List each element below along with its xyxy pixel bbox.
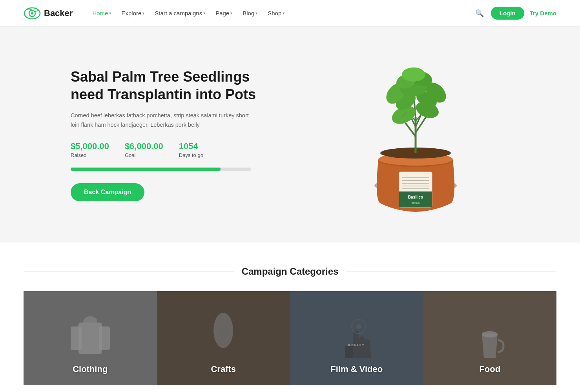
category-food-label: Food — [479, 364, 500, 374]
nav-item-page[interactable]: Page ▾ — [212, 7, 236, 19]
category-food-overlay: Food — [423, 291, 557, 385]
goal-label: Goal — [125, 152, 163, 158]
chevron-down-icon: ▾ — [230, 11, 232, 15]
nav-links: Home ▾ Explore ▾ Start a campaigns ▾ Pag… — [88, 7, 473, 19]
nav-item-shop[interactable]: Shop ▾ — [264, 7, 288, 19]
raised-label: Raised — [71, 152, 109, 158]
hero-section: Sabal Palm Tree Seedlings need Transplan… — [0, 27, 580, 242]
nav-item-start-campaigns[interactable]: Start a campaigns ▾ — [151, 7, 209, 19]
category-clothing-overlay: Clothing — [24, 291, 157, 385]
goal-value: $6,000.00 — [125, 141, 163, 151]
chevron-down-icon: ▾ — [109, 11, 111, 15]
category-clothing-label: Clothing — [73, 364, 108, 374]
category-card-food[interactable]: Food — [423, 291, 557, 385]
plant-illustration: Basilico homus — [349, 50, 482, 219]
try-demo-button[interactable]: Try Demo — [530, 10, 556, 16]
brand-logo-link[interactable]: Backer — [24, 6, 73, 20]
hero-stats: $5,000.00 Raised $6,000.00 Goal 1054 Day… — [71, 141, 275, 158]
categories-grid: Clothing Crafts — [24, 291, 556, 385]
category-card-clothing[interactable]: Clothing — [24, 291, 157, 385]
categories-line-right — [346, 272, 556, 272]
nav-item-blog[interactable]: Blog ▾ — [239, 7, 261, 19]
svg-rect-11 — [399, 191, 432, 207]
svg-point-2 — [31, 12, 33, 15]
chevron-down-icon: ▾ — [283, 11, 285, 15]
stat-days: 1054 Days to go — [179, 141, 203, 158]
chevron-down-icon: ▾ — [203, 11, 205, 15]
progress-bar-fill — [71, 168, 221, 171]
hero-description: Corned beef leberkas fatback porchetta, … — [71, 111, 251, 129]
category-card-crafts[interactable]: Crafts — [157, 291, 290, 385]
category-crafts-overlay: Crafts — [157, 291, 290, 385]
stat-goal: $6,000.00 Goal — [125, 141, 163, 158]
nav-item-explore[interactable]: Explore ▾ — [117, 7, 148, 19]
svg-point-32 — [402, 67, 425, 82]
chevron-down-icon: ▾ — [255, 11, 257, 15]
svg-text:Basilico: Basilico — [408, 195, 423, 199]
nav-item-home[interactable]: Home ▾ — [88, 7, 115, 19]
hero-image-area: Basilico homus — [275, 50, 556, 219]
login-button[interactable]: Login — [491, 7, 524, 20]
svg-text:homus: homus — [411, 201, 420, 204]
nav-right: 🔍 Login Try Demo — [474, 7, 556, 20]
category-film-label: Film & Video — [330, 364, 383, 374]
days-value: 1054 — [179, 141, 203, 151]
category-film-overlay: Film & Video — [290, 291, 423, 385]
category-crafts-label: Crafts — [211, 364, 236, 374]
back-campaign-button[interactable]: Back Campaign — [71, 183, 144, 201]
hero-title: Sabal Palm Tree Seedlings need Transplan… — [71, 68, 275, 103]
chevron-down-icon: ▾ — [142, 11, 144, 15]
brand-name: Backer — [44, 8, 73, 18]
days-label: Days to go — [179, 152, 203, 158]
category-card-film[interactable]: IDENTITY Film & Video — [290, 291, 423, 385]
brand-logo-icon — [24, 6, 41, 20]
categories-title: Campaign Categories — [242, 266, 339, 277]
search-button[interactable]: 🔍 — [474, 7, 485, 19]
categories-section: Campaign Categories Clothing — [0, 242, 580, 385]
raised-value: $5,000.00 — [71, 141, 109, 151]
hero-content: Sabal Palm Tree Seedlings need Transplan… — [71, 68, 275, 201]
progress-bar-container — [71, 168, 251, 171]
navbar: Backer Home ▾ Explore ▾ Start a campaign… — [0, 0, 580, 27]
categories-line-left — [24, 272, 234, 272]
categories-header: Campaign Categories — [24, 266, 556, 277]
search-icon: 🔍 — [475, 9, 484, 17]
stat-raised: $5,000.00 Raised — [71, 141, 109, 158]
